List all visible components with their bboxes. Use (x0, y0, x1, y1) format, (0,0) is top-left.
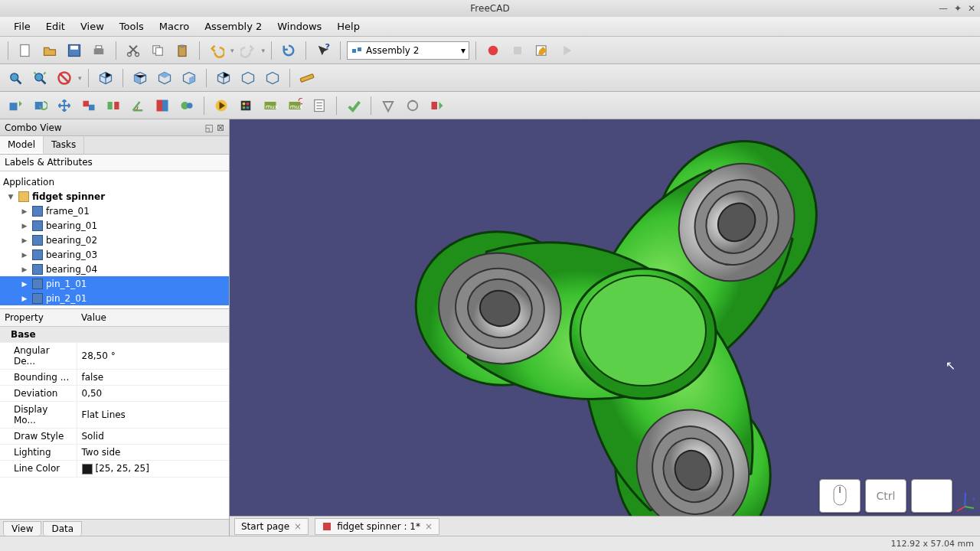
flip-constraint-button[interactable] (426, 95, 448, 116)
prop-angular-deviation[interactable]: Angular De...28,50 ° (0, 343, 229, 370)
prop-display-mode[interactable]: Display Mo...Flat Lines (0, 402, 229, 429)
minimize-button[interactable]: — (939, 3, 948, 14)
open-doc-button[interactable] (39, 40, 60, 61)
prop-bounding-box[interactable]: Bounding ...false (0, 370, 229, 386)
macro-stop-button[interactable] (507, 40, 528, 61)
prop-draw-style[interactable]: Draw StyleSolid (0, 429, 229, 445)
print-button[interactable] (88, 40, 109, 61)
undo-button[interactable] (206, 40, 227, 61)
close-tab-icon[interactable]: × (425, 521, 433, 532)
parts-list-button[interactable] (309, 95, 330, 116)
prop-deviation[interactable]: Deviation0,50 (0, 386, 229, 402)
svg-point-35 (243, 106, 246, 109)
expand-icon[interactable]: ▶ (20, 222, 29, 230)
bolt-circle-button[interactable] (402, 95, 423, 116)
constraint-axial-button[interactable] (103, 95, 124, 116)
redo-dropdown-icon[interactable]: ▾ (262, 47, 266, 54)
undo-dropdown-icon[interactable]: ▾ (230, 47, 234, 54)
mux-button[interactable]: mux (260, 95, 281, 116)
menu-macro[interactable]: Macro (152, 18, 197, 34)
expand-icon[interactable]: ▶ (20, 295, 29, 302)
left-view-button[interactable] (262, 67, 283, 89)
expand-icon[interactable]: ▶ (20, 266, 29, 273)
value-header[interactable]: Value (77, 309, 229, 327)
tree-item-bearing04[interactable]: ▶bearing_04 (0, 262, 229, 276)
svg-rect-8 (156, 47, 163, 55)
tab-tasks[interactable]: Tasks (44, 136, 84, 154)
top-view-button[interactable] (154, 67, 175, 89)
tree-item-bearing03[interactable]: ▶bearing_03 (0, 247, 229, 262)
3d-viewport[interactable]: ↖ Ctrl z Start page × fidget spinner : 1… (230, 119, 980, 536)
menu-tools[interactable]: Tools (112, 18, 152, 34)
constraint-plane-button[interactable] (78, 95, 100, 116)
tree-item-bearing01[interactable]: ▶bearing_01 (0, 218, 229, 233)
expand-icon[interactable]: ▶ (20, 207, 29, 215)
front-view-button[interactable] (129, 67, 151, 89)
update-parts-button[interactable] (29, 95, 51, 116)
prop-lighting[interactable]: LightingTwo side (0, 445, 229, 461)
macro-record-button[interactable] (482, 40, 504, 61)
menu-help[interactable]: Help (329, 18, 368, 34)
tab-view[interactable]: View (3, 521, 41, 536)
tab-data[interactable]: Data (43, 521, 82, 536)
mux-refresh-button[interactable]: mux (284, 95, 305, 116)
expand-icon[interactable]: ▶ (20, 280, 29, 288)
import-part-button[interactable] (5, 95, 26, 116)
tree-application[interactable]: Application (0, 174, 229, 189)
menu-view[interactable]: View (73, 18, 112, 34)
expand-icon[interactable]: ▼ (6, 193, 15, 201)
tree-item-frame[interactable]: ▶frame_01 (0, 204, 229, 218)
doc-tab-fidgetspinner[interactable]: fidget spinner : 1* × (315, 518, 439, 535)
new-doc-button[interactable] (15, 40, 36, 61)
menu-windows[interactable]: Windows (270, 18, 329, 34)
animate-button[interactable] (235, 95, 256, 116)
solve-button[interactable] (211, 95, 232, 116)
macro-edit-button[interactable] (531, 40, 553, 61)
whats-this-button[interactable]: ? (312, 40, 334, 61)
doc-tab-startpage[interactable]: Start page × (234, 518, 309, 535)
tree-item-bearing02[interactable]: ▶bearing_02 (0, 233, 229, 247)
cut-button[interactable] (122, 40, 144, 61)
rear-view-button[interactable] (213, 67, 234, 89)
expand-icon[interactable]: ▶ (20, 251, 29, 259)
svg-point-14 (488, 45, 498, 55)
refresh-button[interactable] (278, 40, 299, 61)
maximize-button[interactable]: ✦ (954, 3, 962, 14)
tree-item-pin1[interactable]: ▶pin_1_01 (0, 276, 229, 291)
expand-icon[interactable]: ▶ (20, 236, 29, 244)
degrees-freedom-button[interactable] (377, 95, 399, 116)
save-button[interactable] (64, 40, 85, 61)
move-part-button[interactable] (54, 95, 75, 116)
check-assembly-button[interactable] (343, 95, 364, 116)
constraint-angle-button[interactable] (127, 95, 149, 116)
prop-line-color[interactable]: Line Color[25, 25, 25] (0, 461, 229, 478)
zoom-fit-button[interactable] (5, 67, 26, 89)
draw-style-dropdown[interactable]: ▾ (78, 74, 82, 82)
zoom-selection-button[interactable] (29, 67, 51, 89)
redo-button[interactable] (237, 40, 259, 61)
paste-button[interactable] (172, 40, 193, 61)
close-button[interactable]: ✕ (968, 3, 975, 14)
property-header[interactable]: Property (0, 309, 77, 327)
right-view-button[interactable] (178, 67, 200, 89)
panel-float-icon[interactable]: ◱ (205, 122, 214, 133)
tree-item-pin2[interactable]: ▶pin_2_01 (0, 291, 229, 305)
copy-button[interactable] (147, 40, 168, 61)
isometric-view-button[interactable] (95, 67, 116, 89)
bottom-view-button[interactable] (237, 67, 259, 89)
labels-attributes-header[interactable]: Labels & Attributes (0, 155, 229, 171)
panel-close-icon[interactable]: ⊠ (217, 122, 224, 133)
draw-style-button[interactable] (54, 67, 75, 89)
section-base[interactable]: Base (0, 327, 229, 343)
close-tab-icon[interactable]: × (294, 521, 302, 532)
macro-play-button[interactable] (556, 40, 577, 61)
workbench-select[interactable]: Assembly 2 ▾ (347, 41, 469, 60)
measure-button[interactable] (296, 67, 318, 89)
tree-root[interactable]: ▼ fidget spinner (0, 189, 229, 204)
menu-assembly2[interactable]: Assembly 2 (197, 18, 270, 34)
tab-model[interactable]: Model (0, 136, 44, 154)
constraint-circular-button[interactable] (176, 95, 198, 116)
constraint-edge-button[interactable] (152, 95, 173, 116)
menu-file[interactable]: File (6, 18, 38, 34)
menu-edit[interactable]: Edit (38, 18, 73, 34)
